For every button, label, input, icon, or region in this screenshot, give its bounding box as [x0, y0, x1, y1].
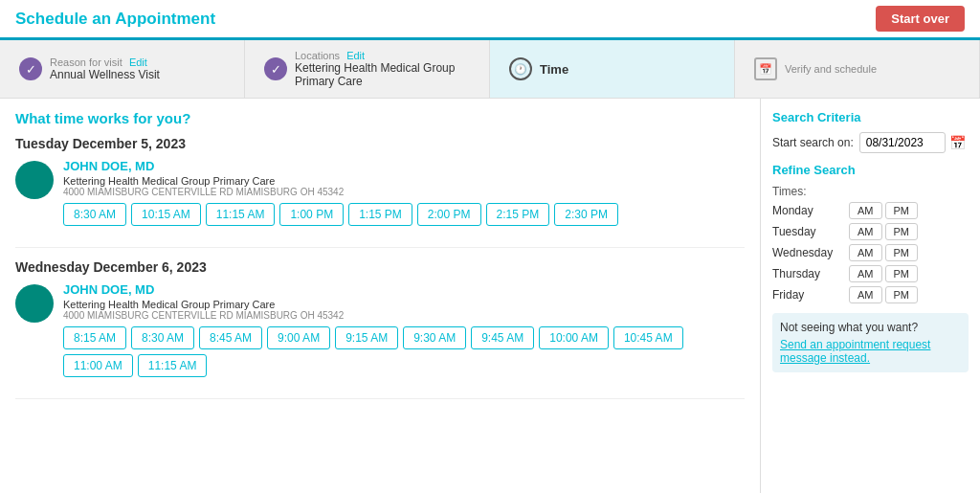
main-area: What time works for you? Tuesday Decembe…	[0, 99, 980, 493]
time-slot-button[interactable]: 11:00 AM	[63, 354, 133, 377]
doctor-avatar	[15, 284, 54, 323]
check-icon-reason: ✓	[19, 57, 42, 80]
step-reason-value: Annual Wellness Visit	[50, 68, 160, 81]
pm-button[interactable]: PM	[885, 244, 919, 261]
search-criteria-title: Search Criteria	[772, 110, 969, 124]
refine-search-title: Refine Search	[772, 163, 969, 177]
time-slot-button[interactable]: 10:00 AM	[539, 326, 609, 349]
start-search-label: Start search on:	[772, 136, 854, 149]
day-filter-label: Tuesday	[772, 225, 849, 238]
search-sidebar: Search Criteria Start search on: 📅 Refin…	[760, 99, 980, 493]
doctor-address: 4000 MIAMISBURG CENTERVILLE RD MIAMISBUR…	[63, 310, 745, 321]
doctor-avatar	[15, 161, 54, 199]
time-slot-button[interactable]: 2:30 PM	[554, 203, 618, 226]
time-slot-button[interactable]: 10:15 AM	[131, 203, 201, 226]
step-reason-title: Reason for visit Edit	[50, 56, 160, 68]
step-time-title: Time	[540, 62, 568, 77]
time-slot-button[interactable]: 9:30 AM	[403, 326, 466, 349]
doctor-name: JOHN DOE, MD	[63, 282, 745, 297]
time-slot-button[interactable]: 1:00 PM	[279, 203, 344, 226]
step-locations-value: Kettering Health Medical Group Primary C…	[295, 61, 470, 88]
day-filter-row: MondayAMPM	[772, 202, 969, 219]
day-filter-row: TuesdayAMPM	[772, 223, 969, 240]
pm-button[interactable]: PM	[885, 286, 919, 303]
day-header: Tuesday December 5, 2023	[15, 136, 745, 151]
am-button[interactable]: AM	[849, 223, 882, 240]
header: Schedule an Appointment Start over	[0, 0, 980, 40]
wizard-steps: ✓ Reason for visit Edit Annual Wellness …	[0, 40, 980, 99]
date-calendar-icon[interactable]: 📅	[949, 135, 966, 150]
wizard-step-time: 🕐 Time	[490, 40, 735, 98]
doctor-clinic: Kettering Health Medical Group Primary C…	[63, 299, 745, 310]
appointment-request-link[interactable]: Send an appointment request message inst…	[780, 338, 930, 365]
step-locations-edit[interactable]: Edit	[346, 50, 365, 61]
day-section: Tuesday December 5, 2023JOHN DOE, MDKett…	[15, 136, 745, 248]
appointment-content: What time works for you? Tuesday Decembe…	[0, 99, 760, 493]
time-slots: 8:30 AM10:15 AM11:15 AM1:00 PM1:15 PM2:0…	[63, 203, 745, 226]
clock-icon: 🕐	[509, 57, 532, 80]
doctor-clinic: Kettering Health Medical Group Primary C…	[63, 175, 745, 187]
pm-button[interactable]: PM	[885, 223, 919, 240]
am-button[interactable]: AM	[849, 244, 882, 261]
not-seeing-text: Not seeing what you want?	[780, 321, 961, 334]
doctor-block: JOHN DOE, MDKettering Health Medical Gro…	[15, 159, 745, 226]
step-verify-title: Verify and schedule	[785, 63, 877, 75]
time-slot-button[interactable]: 8:30 AM	[63, 203, 126, 226]
time-slot-button[interactable]: 2:00 PM	[417, 203, 481, 226]
time-slot-button[interactable]: 11:15 AM	[138, 354, 208, 377]
time-slot-button[interactable]: 8:30 AM	[131, 326, 194, 349]
time-slot-button[interactable]: 9:15 AM	[335, 326, 398, 349]
day-filter-row: WednesdayAMPM	[772, 244, 969, 261]
am-button[interactable]: AM	[849, 286, 882, 303]
time-slot-button[interactable]: 9:45 AM	[471, 326, 534, 349]
start-over-button[interactable]: Start over	[876, 6, 965, 32]
wizard-step-reason: ✓ Reason for visit Edit Annual Wellness …	[0, 40, 245, 98]
day-filters: MondayAMPMTuesdayAMPMWednesdayAMPMThursd…	[772, 202, 969, 303]
time-slot-button[interactable]: 11:15 AM	[206, 203, 276, 226]
time-slot-button[interactable]: 10:45 AM	[613, 326, 683, 349]
days-container: Tuesday December 5, 2023JOHN DOE, MDKett…	[15, 136, 745, 399]
time-slot-button[interactable]: 2:15 PM	[486, 203, 550, 226]
day-filter-label: Monday	[772, 204, 849, 217]
search-criteria-row: Start search on: 📅	[772, 132, 969, 153]
content-question: What time works for you?	[15, 110, 745, 126]
time-slot-button[interactable]: 1:15 PM	[348, 203, 412, 226]
times-label: Times:	[772, 185, 969, 198]
pm-button[interactable]: PM	[885, 265, 919, 282]
am-button[interactable]: AM	[849, 202, 882, 219]
day-section: Wednesday December 6, 2023JOHN DOE, MDKe…	[15, 259, 745, 399]
pm-button[interactable]: PM	[885, 202, 919, 219]
doctor-name: JOHN DOE, MD	[63, 159, 745, 173]
start-date-input[interactable]	[859, 132, 946, 153]
page-title: Schedule an Appointment	[15, 10, 215, 29]
day-header: Wednesday December 6, 2023	[15, 259, 745, 275]
day-filter-label: Thursday	[772, 267, 849, 280]
wizard-step-verify: 📅 Verify and schedule	[735, 40, 980, 98]
am-button[interactable]: AM	[849, 265, 882, 282]
time-slot-button[interactable]: 8:15 AM	[63, 326, 126, 349]
not-seeing-box: Not seeing what you want? Send an appoin…	[772, 313, 969, 372]
doctor-address: 4000 MIAMISBURG CENTERVILLE RD MIAMISBUR…	[63, 187, 745, 197]
step-reason-edit[interactable]: Edit	[129, 56, 147, 68]
time-slot-button[interactable]: 9:00 AM	[267, 326, 330, 349]
step-locations-title: Locations Edit	[295, 50, 470, 61]
day-filter-row: ThursdayAMPM	[772, 265, 969, 282]
doctor-block: JOHN DOE, MDKettering Health Medical Gro…	[15, 282, 745, 377]
day-filter-label: Wednesday	[772, 246, 849, 259]
time-slots: 8:15 AM8:30 AM8:45 AM9:00 AM9:15 AM9:30 …	[63, 326, 745, 377]
time-slot-button[interactable]: 8:45 AM	[199, 326, 262, 349]
calendar-icon: 📅	[754, 57, 777, 80]
check-icon-locations: ✓	[264, 57, 287, 80]
day-filter-label: Friday	[772, 288, 849, 302]
wizard-step-locations: ✓ Locations Edit Kettering Health Medica…	[245, 40, 490, 98]
day-filter-row: FridayAMPM	[772, 286, 969, 303]
